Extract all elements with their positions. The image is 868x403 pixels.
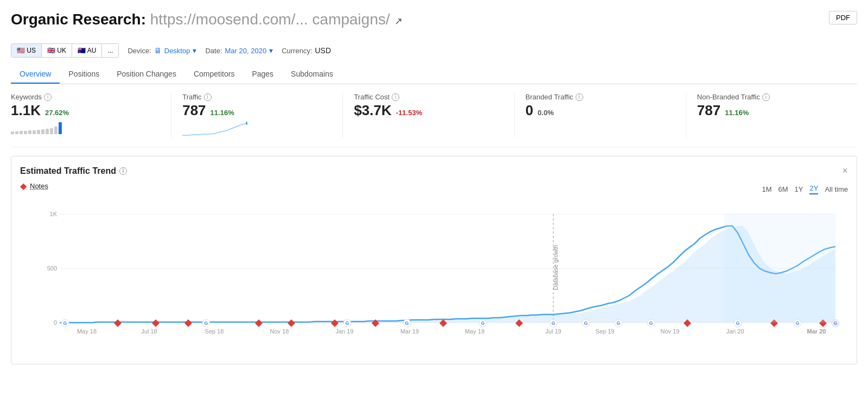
date-selector: Date: Mar 20, 2020 ▾: [205, 46, 273, 55]
pdf-button[interactable]: PDF: [829, 11, 857, 24]
non-branded-traffic-label: Non-Branded Traffic: [697, 93, 760, 101]
metrics-row: Keywords i 1.1K 27.62%: [11, 93, 857, 147]
google-marker: G: [615, 319, 622, 327]
branded-traffic-label: Branded Traffic: [526, 93, 573, 101]
note-marker[interactable]: [331, 319, 339, 327]
svg-text:G: G: [345, 320, 349, 326]
time-filter-6m[interactable]: 6M: [778, 185, 788, 193]
tab-subdomains[interactable]: Subdomains: [282, 65, 342, 84]
tabs: Overview Positions Position Changes Comp…: [11, 65, 857, 84]
tab-overview[interactable]: Overview: [11, 65, 60, 84]
branded-traffic-change: 0.0%: [538, 109, 554, 117]
metric-branded-traffic: Branded Traffic i 0 0.0%: [515, 93, 686, 138]
metric-non-branded-traffic: Non-Branded Traffic i 787 11.16%: [686, 93, 857, 138]
legend-notes-label[interactable]: Notes: [30, 182, 48, 190]
traffic-info-icon[interactable]: i: [204, 93, 212, 101]
note-marker[interactable]: [184, 319, 192, 327]
tab-position-changes[interactable]: Position Changes: [108, 65, 185, 84]
country-uk[interactable]: 🇬🇧 UK: [42, 44, 72, 57]
chart-legend: ◆ Notes: [20, 181, 48, 191]
chart-area: 1K 500 0 Database growth May 18 Jul 18 S…: [20, 203, 848, 355]
traffic-label: Traffic: [182, 93, 201, 101]
svg-text:G: G: [63, 320, 67, 326]
metric-traffic: Traffic i 787 11.16%: [171, 93, 343, 138]
svg-text:Jan 20: Jan 20: [726, 328, 744, 335]
non-branded-traffic-info-icon[interactable]: i: [762, 93, 770, 101]
svg-text:Nov 19: Nov 19: [661, 328, 680, 335]
traffic-cost-change: -11.53%: [396, 109, 422, 117]
svg-point-0: [246, 122, 247, 125]
svg-text:Mar 20: Mar 20: [807, 328, 826, 335]
traffic-cost-label: Traffic Cost: [354, 93, 390, 101]
time-filter-1y[interactable]: 1Y: [795, 185, 803, 193]
non-branded-traffic-change: 11.16%: [725, 109, 749, 117]
tab-pages[interactable]: Pages: [243, 65, 282, 84]
google-marker: G: [550, 319, 557, 327]
time-filter-1m[interactable]: 1M: [762, 185, 771, 193]
note-marker[interactable]: [114, 319, 122, 327]
date-value[interactable]: Mar 20, 2020: [225, 47, 267, 55]
page-title: Organic Research: https://moosend.com/..…: [11, 11, 403, 28]
country-us[interactable]: 🇺🇸 US: [11, 44, 42, 57]
google-marker: G: [343, 319, 351, 327]
svg-text:Sep 18: Sep 18: [205, 328, 224, 335]
time-filter-2y[interactable]: 2Y: [809, 184, 818, 194]
tab-competitors[interactable]: Competitors: [185, 65, 243, 84]
traffic-value: 787: [182, 102, 206, 119]
svg-text:Jul 19: Jul 19: [545, 328, 561, 335]
traffic-change: 11.16%: [210, 109, 234, 117]
device-selector: Device: 🖥 Desktop ▾: [127, 46, 196, 55]
chart-container: Estimated Traffic Trend i × ◆ Notes 1M 6…: [11, 156, 857, 364]
toolbar: 🇺🇸 US 🇬🇧 UK 🇦🇺 AU ... Device: 🖥 Desktop …: [11, 43, 857, 58]
keywords-info-icon[interactable]: i: [44, 93, 52, 101]
chart-title-text: Estimated Traffic Trend: [20, 166, 116, 176]
google-marker: G: [647, 319, 655, 327]
date-chevron-icon: ▾: [269, 46, 273, 55]
traffic-sparkline: [182, 121, 247, 136]
metric-keywords: Keywords i 1.1K 27.62%: [11, 93, 171, 138]
device-chevron-icon: ▾: [193, 46, 196, 55]
country-selector: 🇺🇸 US 🇬🇧 UK 🇦🇺 AU ...: [11, 43, 119, 58]
keywords-mini-chart: [11, 119, 160, 134]
device-icon: 🖥: [154, 46, 162, 55]
svg-text:Nov 18: Nov 18: [270, 328, 289, 335]
time-filter-all-time[interactable]: All time: [825, 185, 848, 193]
keywords-value: 1.1K: [11, 102, 41, 119]
svg-text:G: G: [584, 320, 588, 326]
branded-traffic-value: 0: [526, 102, 533, 119]
svg-text:G: G: [405, 320, 409, 326]
legend-diamond-icon: ◆: [20, 181, 27, 191]
svg-text:Database growth: Database growth: [552, 245, 559, 290]
country-more[interactable]: ...: [102, 44, 118, 57]
svg-text:1K: 1K: [50, 211, 58, 217]
svg-marker-9: [60, 226, 835, 323]
chart-title: Estimated Traffic Trend i: [20, 166, 127, 176]
chart-header: Estimated Traffic Trend i ×: [20, 165, 848, 177]
non-branded-traffic-value: 787: [697, 102, 720, 119]
chart-close-button[interactable]: ×: [842, 165, 848, 177]
traffic-cost-value: $3.7K: [354, 102, 391, 119]
currency-value: USD: [315, 46, 331, 55]
chart-title-info-icon[interactable]: i: [119, 167, 127, 175]
date-label: Date:: [205, 47, 222, 55]
metric-traffic-cost: Traffic Cost i $3.7K -11.53%: [343, 93, 514, 138]
branded-traffic-info-icon[interactable]: i: [576, 93, 583, 101]
google-marker: G: [479, 319, 487, 327]
note-marker[interactable]: [255, 319, 263, 327]
device-value[interactable]: Desktop: [164, 47, 190, 55]
external-link-icon[interactable]: ↗: [394, 16, 403, 27]
currency-display: Currency: USD: [282, 46, 331, 55]
country-au[interactable]: 🇦🇺 AU: [72, 44, 102, 57]
svg-text:G: G: [616, 320, 620, 326]
traffic-cost-info-icon[interactable]: i: [392, 93, 399, 101]
svg-text:G: G: [204, 320, 208, 326]
google-marker: G: [403, 319, 411, 327]
note-marker[interactable]: [152, 319, 159, 327]
time-filters: 1M 6M 1Y 2Y All time: [762, 184, 848, 194]
svg-text:G: G: [481, 320, 484, 326]
svg-text:G: G: [551, 320, 555, 326]
tab-positions[interactable]: Positions: [60, 65, 108, 84]
currency-label: Currency:: [282, 47, 312, 55]
note-marker[interactable]: [288, 319, 295, 327]
svg-rect-46: [724, 214, 835, 323]
